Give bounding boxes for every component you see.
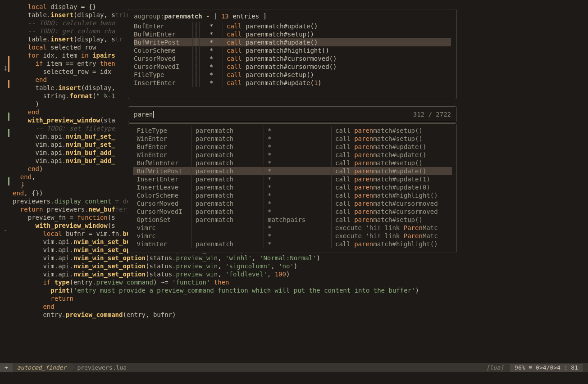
prompt-count: 312 / 2722: [413, 110, 451, 118]
statusline: ➜ autocmd_finder previewers.lua [lua] 96…: [0, 363, 588, 372]
preview-row: CursorMoved │ * call parenmatch#cursormo…: [134, 54, 451, 63]
telescope-prompt[interactable]: paren 312 / 2722: [128, 106, 457, 122]
result-row[interactable]: BufEnter parenmatch * call parenmatch#up…: [133, 143, 452, 151]
telescope-preview: augroup:parenmatch - [ 13 entries ] BufE…: [128, 9, 457, 99]
result-row[interactable]: VimEnter parenmatch * call parenmatch#hi…: [133, 240, 452, 248]
result-row[interactable]: FileType parenmatch * call parenmatch#se…: [133, 126, 452, 135]
preview-row: FileType │ * call parenmatch#setup(): [134, 71, 451, 79]
result-row[interactable]: InsertEnter parenmatch * call parenmatch…: [133, 175, 452, 183]
preview-row: CursorMovedI │ * call parenmatch#cursorm…: [134, 63, 451, 71]
result-row[interactable]: CursorMoved parenmatch * call parenmatch…: [133, 199, 452, 208]
result-row[interactable]: CursorMovedI parenmatch * call parenmatc…: [133, 208, 452, 216]
result-row[interactable]: BufWritePost parenmatch * call parenmatc…: [133, 167, 452, 175]
preview-row: BufWinEnter │ * call parenmatch#setup(): [134, 30, 451, 38]
preview-row: ColorScheme │ * call parenmatch#highligh…: [134, 46, 451, 54]
result-row[interactable]: WinEnter parenmatch * call parenmatch#se…: [133, 135, 452, 143]
result-row[interactable]: WinEnter parenmatch * call parenmatch#up…: [133, 151, 452, 159]
preview-header: augroup:parenmatch - [ 13 entries ]: [134, 12, 451, 20]
result-row[interactable]: vimrc * execute 'hi! link ParenMatc: [133, 224, 452, 232]
filename: previewers.lua: [71, 363, 131, 372]
text-cursor-icon: [153, 111, 154, 118]
result-row[interactable]: OptionSet parenmatch matchpairs call par…: [133, 216, 452, 224]
result-row[interactable]: vimrc * execute 'hi! link ParenMatc: [133, 232, 452, 240]
prompt-query: paren: [134, 110, 153, 118]
filetype: [lua]: [486, 364, 504, 372]
preview-row: BufEnter │ * call parenmatch#update(): [134, 22, 451, 30]
preview-row: InsertEnter │ * call parenmatch#update(1…: [134, 79, 451, 87]
telescope-results[interactable]: FileType parenmatch * call parenmatch#se…: [128, 123, 457, 253]
git-branch: autocmd_finder: [13, 363, 71, 372]
result-row[interactable]: BufWinEnter parenmatch * call parenmatch…: [133, 159, 452, 167]
mode-indicator: ➜: [0, 363, 13, 372]
result-row[interactable]: InsertLeave parenmatch * call parenmatch…: [133, 183, 452, 191]
cursor-position: 96% ≡ 0>4/0>4 : 81: [510, 364, 583, 372]
preview-row: BufWritePost │ * call parenmatch#update(…: [134, 38, 451, 46]
result-row[interactable]: ColorScheme parenmatch * call parenmatch…: [133, 191, 452, 199]
